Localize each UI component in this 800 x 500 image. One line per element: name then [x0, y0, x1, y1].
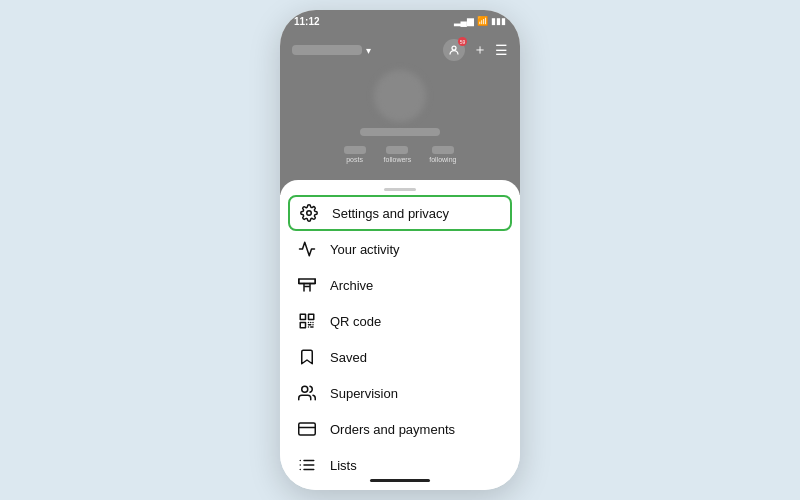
notifications-button[interactable]: 59: [443, 39, 465, 61]
nav-right-icons: 59 ＋ ☰: [443, 39, 508, 61]
saved-icon: [298, 348, 316, 366]
svg-rect-3: [300, 314, 305, 319]
archive-label: Archive: [330, 278, 373, 293]
battery-icon: ▮▮▮: [491, 16, 506, 26]
following-label: following: [429, 156, 456, 163]
menu-button[interactable]: ☰: [495, 42, 508, 58]
lists-icon: [298, 456, 316, 474]
followers-stat: followers: [384, 146, 412, 163]
status-icons: ▂▄▆ 📶 ▮▮▮: [454, 16, 506, 26]
profile-content: posts followers following: [280, 70, 520, 163]
posts-stat: posts: [344, 146, 366, 163]
orders-icon: [298, 420, 316, 438]
svg-rect-4: [309, 314, 314, 319]
saved-label: Saved: [330, 350, 367, 365]
qrcode-icon: [298, 312, 316, 330]
following-stat: following: [429, 146, 456, 163]
settings-icon: [300, 204, 318, 222]
phone-frame: 11:12 ▂▄▆ 📶 ▮▮▮ ▾ 59 ＋: [280, 10, 520, 490]
notification-badge: 59: [458, 37, 467, 46]
profile-name-blur: [360, 128, 440, 136]
menu-list: Settings and privacy Your activity: [280, 195, 520, 475]
followers-num: [386, 146, 408, 154]
nav-bar: ▾ 59 ＋ ☰: [280, 32, 520, 68]
new-post-button[interactable]: ＋: [473, 41, 487, 59]
status-time: 11:12: [294, 16, 320, 27]
chevron-down-icon: ▾: [366, 45, 371, 56]
svg-rect-2: [299, 279, 316, 284]
activity-icon: [298, 240, 316, 258]
supervision-icon: [298, 384, 316, 402]
orders-label: Orders and payments: [330, 422, 455, 437]
followers-label: followers: [384, 156, 412, 163]
profile-stats: posts followers following: [344, 146, 457, 163]
home-indicator: [370, 479, 430, 482]
username-text-blur: [292, 45, 362, 55]
qrcode-label: QR code: [330, 314, 381, 329]
svg-rect-14: [299, 423, 316, 435]
svg-rect-5: [300, 323, 305, 328]
nav-username[interactable]: ▾: [292, 45, 371, 56]
avatar: [374, 70, 426, 122]
profile-background: 11:12 ▂▄▆ 📶 ▮▮▮ ▾ 59 ＋: [280, 10, 520, 195]
menu-item-supervision[interactable]: Supervision: [280, 375, 520, 411]
menu-item-archive[interactable]: Archive: [280, 267, 520, 303]
following-num: [432, 146, 454, 154]
sheet-handle: [384, 188, 416, 191]
menu-item-saved[interactable]: Saved: [280, 339, 520, 375]
svg-point-1: [307, 211, 312, 216]
posts-num: [344, 146, 366, 154]
svg-point-0: [452, 46, 456, 50]
activity-label: Your activity: [330, 242, 400, 257]
wifi-icon: 📶: [477, 16, 488, 26]
posts-label: posts: [346, 156, 363, 163]
svg-point-13: [302, 386, 308, 392]
bottom-sheet: Settings and privacy Your activity: [280, 180, 520, 490]
lists-label: Lists: [330, 458, 357, 473]
menu-item-lists[interactable]: Lists: [280, 447, 520, 475]
menu-item-orders[interactable]: Orders and payments: [280, 411, 520, 447]
supervision-label: Supervision: [330, 386, 398, 401]
settings-label: Settings and privacy: [332, 206, 449, 221]
status-bar: 11:12 ▂▄▆ 📶 ▮▮▮: [280, 10, 520, 32]
menu-item-activity[interactable]: Your activity: [280, 231, 520, 267]
archive-icon: [298, 276, 316, 294]
menu-item-qrcode[interactable]: QR code: [280, 303, 520, 339]
menu-item-settings[interactable]: Settings and privacy: [288, 195, 512, 231]
signal-icon: ▂▄▆: [454, 16, 474, 26]
